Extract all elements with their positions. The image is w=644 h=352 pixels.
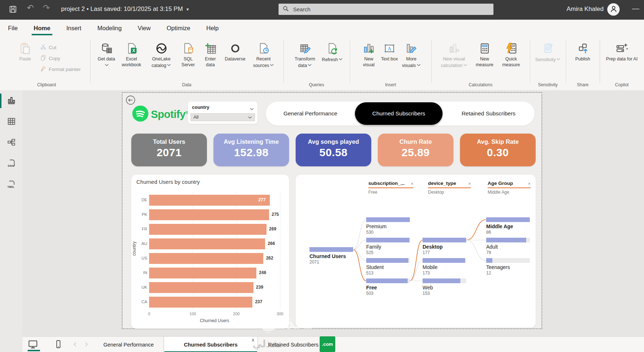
transform-data-button[interactable]: Transform data xyxy=(290,39,320,69)
refresh-button[interactable]: Refresh xyxy=(321,39,344,68)
back-arrow-button[interactable] xyxy=(125,95,136,105)
tree-node-free[interactable]: Free503 xyxy=(366,278,411,296)
mobile-view-icon[interactable] xyxy=(54,340,63,350)
publish-button[interactable]: Publish xyxy=(571,39,595,68)
close-icon[interactable]: × xyxy=(411,181,413,186)
sensitivity-button: Sensitivity xyxy=(533,39,563,68)
bar[interactable] xyxy=(149,253,263,264)
tree-connector xyxy=(466,240,486,261)
churned-users-by-country-chart[interactable]: Churned Users by country DE277PK275FR269… xyxy=(131,175,289,329)
text-box-button[interactable]: AText box xyxy=(380,39,399,68)
kpi-card-avg-skip-rate[interactable]: Avg. Skip Rate0.30 xyxy=(460,134,536,166)
button-label: Recent sources xyxy=(250,56,277,69)
bar-row-de[interactable]: DE277 xyxy=(131,193,289,207)
excel-workbook-button[interactable]: XExcel workbook xyxy=(117,39,146,68)
kpi-card-churn-rate[interactable]: Churn Rate25.89 xyxy=(378,134,453,166)
new-measure-button[interactable]: New measure xyxy=(472,39,497,68)
ribbon-group-label: Share xyxy=(566,82,600,87)
tree-node-premium[interactable]: Premium530 xyxy=(366,217,411,235)
bar[interactable] xyxy=(149,195,270,206)
menu-tab-help[interactable]: Help xyxy=(198,20,227,36)
spotify-logo: Spotify® xyxy=(132,105,188,123)
tree-node-desktop[interactable]: Desktop177 xyxy=(423,238,467,255)
dataverse-button[interactable]: Dataverse xyxy=(221,39,249,68)
close-icon[interactable]: × xyxy=(468,181,471,186)
kpi-card-avg-songs-played[interactable]: Avg songs played50.58 xyxy=(296,134,371,166)
tree-node-web[interactable]: Web153 xyxy=(423,278,467,296)
redo-icon[interactable]: ↷ xyxy=(43,3,50,13)
menu-tab-home[interactable]: Home xyxy=(26,20,59,36)
decomposition-tree-visual[interactable]: subscription_...×Freedevice_type×Desktop… xyxy=(296,175,536,328)
bar-row-pk[interactable]: PK275 xyxy=(131,207,289,222)
tree-node-teenagers[interactable]: Teenagers12 xyxy=(486,258,531,276)
tree-node-mobile[interactable]: Mobile173 xyxy=(423,258,467,276)
chevron-right-icon[interactable] xyxy=(83,341,89,349)
bar[interactable] xyxy=(149,268,256,278)
sidebar-item-dax-query-view[interactable]: DAX xyxy=(0,154,23,175)
close-icon[interactable]: × xyxy=(528,181,531,186)
user-name[interactable]: Amira Khaled xyxy=(557,5,604,13)
undo-icon[interactable]: ↶ xyxy=(27,3,34,13)
sidebar-item-tmdl-view[interactable]: TMDL xyxy=(0,175,23,196)
bar-row-au[interactable]: AU266 xyxy=(131,237,289,251)
chevron-down-icon[interactable] xyxy=(250,105,254,112)
page-tab-churned-subscribers[interactable]: Churned Subscribersx xyxy=(164,337,258,352)
node-bar-fill xyxy=(366,278,408,283)
minimize-button[interactable]: — xyxy=(632,4,639,13)
chevron-left-icon[interactable] xyxy=(72,341,79,349)
menu-tab-insert[interactable]: Insert xyxy=(58,20,89,36)
onelake-catalog-button[interactable]: OneLake catalog xyxy=(147,39,176,69)
tree-node-student[interactable]: Student513 xyxy=(366,258,411,276)
save-icon[interactable] xyxy=(9,5,17,15)
bar[interactable] xyxy=(149,224,267,235)
report-page[interactable]: Spotify® country All General Performance… xyxy=(122,92,542,329)
menu-tab-optimize[interactable]: Optimize xyxy=(159,20,198,36)
bar[interactable] xyxy=(149,297,252,308)
sql-server-button[interactable]: SQL Server xyxy=(177,39,200,68)
tree-node-churned-users[interactable]: Churned Users2071 xyxy=(309,247,354,265)
quick-measure-button[interactable]: Quick measure xyxy=(498,39,524,68)
slicer-dropdown[interactable]: All xyxy=(191,113,255,121)
bar[interactable] xyxy=(149,238,265,249)
menu-tab-modeling[interactable]: Modeling xyxy=(89,20,130,36)
prep-data-for-ai-button[interactable]: Prep data for AI xyxy=(603,39,641,68)
menu-tab-view[interactable]: View xyxy=(130,20,159,36)
search-input[interactable] xyxy=(292,6,490,13)
desktop-view-icon[interactable] xyxy=(28,339,38,351)
report-nav-retained-subscribers[interactable]: Retained Subscribers xyxy=(443,102,535,126)
tree-field-header-device-type[interactable]: device_type×Desktop xyxy=(428,181,471,195)
bar-row-ca[interactable]: CA237 xyxy=(131,295,289,309)
enter-data-button[interactable]: Enter data xyxy=(200,39,221,68)
bar-row-fr[interactable]: FR269 xyxy=(131,222,289,237)
more-visuals-button[interactable]: More visuals xyxy=(400,39,423,69)
report-nav-churned-subscribers[interactable]: Churned Subscribers xyxy=(355,102,443,125)
search-box[interactable] xyxy=(279,4,493,15)
avatar[interactable] xyxy=(607,3,620,16)
document-title[interactable]: project 2 • Last saved: 10/1/2025 at 3:1… xyxy=(61,5,189,13)
recent-sources-button[interactable]: Recent sources xyxy=(250,39,277,69)
report-nav-general-performance[interactable]: General Performance xyxy=(266,102,355,126)
bar-row-in[interactable]: IN246 xyxy=(131,266,289,280)
tree-node-middle-age[interactable]: Middle Age86 xyxy=(486,217,531,235)
menu-tab-file[interactable]: File xyxy=(0,20,26,36)
tree-field-header-subscription[interactable]: subscription_...×Free xyxy=(368,181,413,195)
category-label: US xyxy=(133,256,147,260)
clipboard-small-buttons: CutCopyFormat painter xyxy=(40,39,81,73)
kpi-card-total-users[interactable]: Total Users2071 xyxy=(131,134,207,166)
tree-node-adult[interactable]: Adult79 xyxy=(486,238,531,255)
sidebar-item-report-view[interactable] xyxy=(0,90,23,111)
get-data-button[interactable]: Get data xyxy=(96,39,117,69)
country-slicer[interactable]: country All xyxy=(188,102,257,124)
bar-row-uk[interactable]: UK239 xyxy=(131,280,289,295)
sidebar-item-table-view[interactable] xyxy=(0,111,23,133)
title-dropdown-caret[interactable]: ▾ xyxy=(187,7,189,12)
bar[interactable] xyxy=(149,209,269,220)
page-tab-general-performance[interactable]: General Performance xyxy=(94,337,164,352)
tree-node-family[interactable]: Family525 xyxy=(366,238,411,255)
tree-field-header-age-group[interactable]: Age Group×Middle Age xyxy=(488,181,531,195)
new-visual-button[interactable]: New visual xyxy=(358,39,379,68)
bar-row-us[interactable]: US262 xyxy=(131,251,289,266)
sidebar-item-model-view[interactable] xyxy=(0,133,23,154)
bar[interactable] xyxy=(149,282,253,293)
kpi-card-avg-listening-time[interactable]: Avg Listening Time152.98 xyxy=(213,134,289,166)
